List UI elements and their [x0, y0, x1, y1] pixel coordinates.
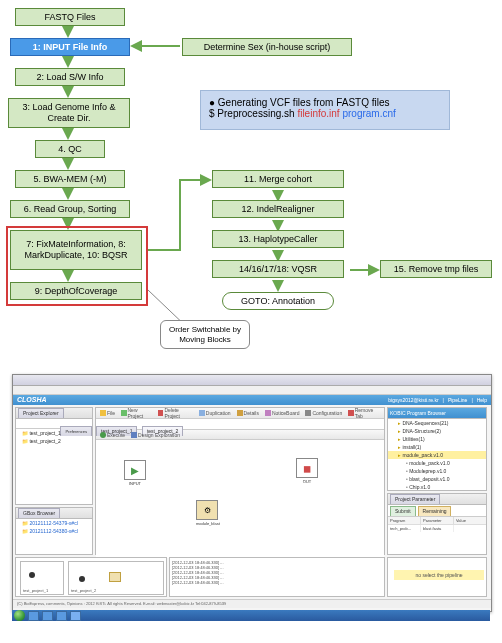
tb-duplication[interactable]: Duplication: [199, 410, 231, 416]
tb-configuration[interactable]: Configuration: [305, 410, 342, 416]
node-label: OUT: [296, 479, 318, 484]
tab-gbox[interactable]: GBox Browser: [18, 508, 60, 518]
tb-delete-project[interactable]: Delete Project: [158, 407, 193, 419]
sub-toolbar: Execute Design Exploration: [96, 430, 384, 440]
tree-node[interactable]: DNA-Structure(2): [388, 427, 486, 435]
window-menubar[interactable]: [13, 386, 491, 395]
log-panel: [2012-12-03 18:48:46.330] ... [2012-12-0…: [169, 557, 385, 597]
canvas-out-node[interactable]: ◼ OUT: [296, 458, 318, 484]
canvas-panel: File New Project Delete Project Duplicat…: [95, 407, 385, 555]
taskbar-pin[interactable]: [56, 611, 67, 621]
info-command-box: ● Generating VCF files from FASTQ files …: [200, 90, 450, 130]
node-label: 6. Read Group, Sorting: [24, 204, 117, 215]
tb-noticeboard[interactable]: NoticeBoard: [265, 410, 300, 416]
submit-button[interactable]: Submit: [390, 506, 416, 516]
cmd-arg2: program.cnf: [342, 108, 395, 119]
taskbar-pin[interactable]: [28, 611, 39, 621]
tab-project-parameter[interactable]: Project Parameter: [390, 494, 440, 504]
user-label: bigsys2012@kisti.re.kr: [388, 395, 438, 405]
gbox-dir[interactable]: 20121112-54380-x#cl: [16, 527, 92, 535]
col-header: Value: [454, 517, 486, 524]
thumbnails-panel: test_project_1 test_project_2: [15, 557, 167, 597]
node-step7-8-10: 7: FixMateInformation, 8: MarkDuplicate,…: [10, 230, 142, 270]
tb-details[interactable]: Details: [237, 410, 259, 416]
note-panel: no select the pipeline: [387, 557, 487, 597]
node-label: Determine Sex (in-house script): [204, 42, 331, 53]
tab-project-explorer[interactable]: Project Explorer: [18, 408, 64, 418]
dot-icon: [79, 576, 85, 582]
thumbnail[interactable]: test_project_2: [68, 561, 164, 595]
body-area: Project Explorer Preferences test_projec…: [13, 405, 491, 599]
tree-node[interactable]: install(1): [388, 443, 486, 451]
dot-icon: [29, 572, 35, 578]
node-label: 5. BWA-MEM (-M): [33, 174, 106, 185]
gbox-panel: GBox Browser 20121112-54379-x#cl 2012111…: [15, 507, 93, 555]
tree-leaf[interactable]: Chip.v1.0: [388, 483, 486, 491]
callout-switchable: Order Switchable by Moving Blocks: [160, 320, 250, 349]
node-determine-sex: Determine Sex (in-house script): [182, 38, 352, 56]
panel-header: KOBIC Program Browser: [388, 408, 486, 419]
panel-header: Project Parameter: [388, 494, 486, 505]
window-frame: CLOSHA bigsys2012@kisti.re.kr | PipeLine…: [12, 374, 492, 612]
tree-leaf[interactable]: Moduleprep.v1.0: [388, 467, 486, 475]
node-step1: 1: INPUT File Info: [10, 38, 130, 56]
node-step2: 2: Load S/W Info: [15, 68, 125, 86]
statusbar: (C) BioExpress, comments, Opinions : 201…: [13, 599, 491, 608]
module-icon: [109, 572, 121, 582]
table-cell[interactable]: blast.fasta: [421, 525, 454, 532]
log-line: [2012-12-03 18:48:46.330] ...: [172, 580, 382, 585]
menu-pipeline[interactable]: PipeLine: [448, 395, 467, 405]
log-content: [2012-12-03 18:48:46.330] ... [2012-12-0…: [170, 558, 384, 587]
table-cell[interactable]: tech_prob...: [388, 525, 421, 532]
windows-taskbar[interactable]: [12, 610, 490, 621]
tree-node[interactable]: Utilities(1): [388, 435, 486, 443]
main-toolbar: File New Project Delete Project Duplicat…: [96, 408, 384, 419]
node-label: 12. IndelRealigner: [241, 204, 314, 215]
thumbnail[interactable]: test_project_1: [20, 561, 64, 595]
panel-header: GBox Browser: [16, 508, 92, 519]
tree-leaf[interactable]: blast_deposit.v1.0: [388, 475, 486, 483]
node-step14: 14/16/17/18: VQSR: [212, 260, 344, 278]
taskbar-pin[interactable]: [70, 611, 81, 621]
node-label: 15. Remove tmp files: [394, 264, 479, 275]
workflow-canvas[interactable]: ▶ INPUT ◼ OUT ⚙ module_blast: [96, 440, 384, 558]
node-step13: 13. HaplotypeCaller: [212, 230, 344, 248]
closha-right-menu: bigsys2012@kisti.re.kr | PipeLine | Help: [388, 395, 491, 405]
window-titlebar[interactable]: [13, 375, 491, 386]
cmd-arg1: fileinfo.inf: [297, 108, 342, 119]
status-text: (C) BioExpress, comments, Opinions : 201…: [17, 601, 226, 606]
tb-file[interactable]: File: [100, 410, 115, 416]
node-label: 7: FixMateInformation, 8: MarkDuplicate,…: [15, 239, 137, 261]
node-label: 4. QC: [58, 144, 82, 155]
canvas-module-node[interactable]: ⚙ module_blast: [196, 500, 218, 526]
tree-node-selected[interactable]: module_pack.v1.0: [388, 451, 486, 459]
col-header: Parameter: [421, 517, 454, 524]
node-fastq: FASTQ Files: [15, 8, 125, 26]
menu-help[interactable]: Help: [477, 395, 487, 405]
gbox-dir[interactable]: 20121112-54379-x#cl: [16, 519, 92, 527]
node-label: 1: INPUT File Info: [33, 42, 108, 53]
preferences-button[interactable]: Preferences: [60, 426, 92, 436]
taskbar-pin[interactable]: [42, 611, 53, 621]
tb-design-exploration[interactable]: Design Exploration: [131, 432, 180, 438]
node-step3: 3: Load Genome Info & Create Dir.: [8, 98, 130, 128]
node-step15: 15. Remove tmp files: [380, 260, 492, 278]
node-step9: 9: DepthOfCoverage: [10, 282, 142, 300]
pipeline-flowchart: FASTQ Files 1: INPUT File Info Determine…: [0, 0, 502, 370]
tree-leaf[interactable]: module_pack.v1.0: [388, 459, 486, 467]
folder-row[interactable]: test_project_2: [16, 437, 92, 445]
node-step5: 5. BWA-MEM (-M): [15, 170, 125, 188]
tb-execute[interactable]: Execute: [100, 432, 125, 438]
table-cell[interactable]: [454, 525, 486, 532]
tree-node[interactable]: DNA-Sequences(21): [388, 419, 486, 427]
tb-remove-tab[interactable]: Remove Tab: [348, 407, 380, 419]
info-line1: ● Generating VCF files from FASTQ files: [209, 97, 441, 108]
col-header: Program: [388, 517, 421, 524]
node-label: FASTQ Files: [44, 12, 95, 23]
canvas-input-node[interactable]: ▶ INPUT: [124, 460, 146, 486]
start-button[interactable]: [14, 610, 25, 621]
remaining-button[interactable]: Remaining: [418, 506, 452, 516]
node-label: INPUT: [124, 481, 146, 486]
tb-new-project[interactable]: New Project: [121, 407, 152, 419]
project-parameter-panel: Project Parameter Submit Remaining Progr…: [387, 493, 487, 555]
